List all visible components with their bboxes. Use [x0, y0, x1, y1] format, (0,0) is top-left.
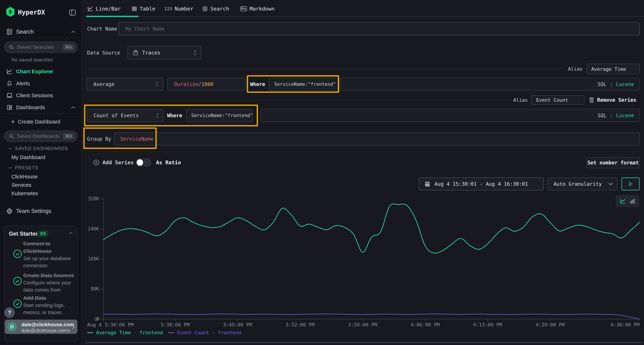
x-tick-label: 4:13:00 PM: [473, 322, 502, 328]
annotation-box-where-1: [247, 75, 339, 93]
calendar-icon: [424, 181, 430, 187]
series2-alias-input[interactable]: Event Count: [531, 95, 584, 105]
saved-dashboards-placeholder: Saved Dashboards: [17, 133, 60, 139]
tab-search[interactable]: Search: [202, 3, 229, 14]
play-icon: [628, 181, 633, 187]
chevron-up-icon: [71, 30, 76, 33]
chevron-right-icon: [72, 324, 75, 329]
saved-searches-input[interactable]: Saved Searches ⌘K: [4, 41, 78, 53]
x-tick-label: 3:38:00 PM: [160, 322, 190, 328]
divider: [0, 37, 82, 38]
sidebar-item-alerts[interactable]: Alerts: [0, 78, 82, 89]
legend-series-group[interactable]: frontend: [218, 330, 241, 335]
annotation-box-series2: [84, 105, 258, 126]
search-icon: [9, 44, 14, 50]
set-number-format-button[interactable]: Set number format: [586, 157, 640, 168]
y-tick-label: 160K: [76, 256, 99, 262]
sql-toggle[interactable]: SQL: [598, 113, 606, 118]
divider: [87, 68, 563, 69]
data-source-label: Data Source: [87, 46, 120, 59]
series1-aggregation-select[interactable]: Average: [86, 78, 163, 91]
help-button[interactable]: ?: [4, 308, 15, 318]
remove-series-button[interactable]: Remove Series: [589, 95, 636, 105]
sidebar-item-chart-explorer[interactable]: Chart Explorer: [0, 66, 82, 77]
saved-dashboards-input[interactable]: Saved Dashboards ⌘K: [4, 130, 78, 142]
user-subtitle: dale@clickhouse.com's: [22, 328, 70, 333]
sidebar-section-search[interactable]: Search: [0, 26, 82, 37]
get-started-item[interactable]: Connect to ClickHouse Set up your databa…: [23, 240, 73, 269]
y-tick-label: 0: [76, 316, 99, 322]
hyperdx-app: HyperDX Search Saved Searches ⌘K No save…: [0, 0, 644, 345]
sidebar-item-client-sessions[interactable]: Client Sessions: [0, 90, 82, 101]
sidebar-item-clickhouse[interactable]: ClickHouse: [12, 174, 38, 180]
tab-track: [86, 16, 644, 17]
get-started-item[interactable]: Add Data Start sending logs, metrics, or…: [23, 294, 77, 316]
get-started-title: Get Started: [9, 231, 39, 237]
series1-alias-input[interactable]: Average Time: [586, 64, 640, 74]
tab-table[interactable]: Table: [132, 3, 155, 14]
active-tab-underline: [86, 16, 138, 17]
as-ratio-label: As Ratio: [156, 158, 181, 167]
get-started-item[interactable]: Create Data Sources Configure where your…: [23, 272, 77, 294]
tab-line-bar[interactable]: Line/Bar: [87, 3, 121, 14]
saved-dashboards-header[interactable]: SAVED DASHBOARDS: [8, 146, 68, 151]
presets-header[interactable]: PRESETS: [8, 165, 38, 170]
user-email: dale@clickhouse.com: [22, 322, 74, 328]
sidebar-item-team-settings[interactable]: Team Settings: [0, 205, 82, 217]
chart-name-placeholder: My Chart Name: [126, 26, 164, 32]
sidebar-item-kubernetes[interactable]: Kubernetes: [12, 191, 38, 196]
plus-circle-icon: [93, 159, 99, 166]
line-chart-icon: [6, 68, 13, 75]
legend-series-name[interactable]: Event Count: [177, 330, 209, 335]
saved-searches-placeholder: Saved Searches: [17, 44, 54, 50]
table-icon: [132, 6, 137, 12]
bar-chart-type-icon[interactable]: [630, 198, 636, 204]
markdown-icon: [240, 6, 247, 11]
select-chevrons-icon: [155, 81, 159, 87]
series2-query-strip[interactable]: SQL|Lucene: [261, 109, 640, 122]
sql-toggle[interactable]: SQL: [598, 81, 606, 87]
bottom-scroll-edge[interactable]: [86, 342, 642, 343]
lucene-toggle[interactable]: Lucene: [616, 81, 634, 87]
x-tick-label: 3:59:00 PM: [348, 322, 377, 328]
list-document-icon: [202, 6, 208, 12]
hyperdx-logo-icon: [6, 7, 15, 17]
as-ratio-toggle[interactable]: [136, 158, 151, 167]
create-dashboard-button[interactable]: + Create Dashboard: [0, 116, 82, 127]
chart-legend: Average Time · frontend Event Count · fr…: [87, 330, 241, 335]
tab-markdown[interactable]: Markdown: [240, 3, 274, 14]
logo-text: HyperDX: [18, 8, 45, 16]
data-source-select[interactable]: Traces: [128, 46, 201, 59]
group-by-input[interactable]: ServiceName: [114, 132, 640, 145]
annotation-box-group-by: [83, 127, 157, 149]
sidebar-item-dashboards[interactable]: Dashboards: [0, 102, 82, 113]
chevron-down-icon: [8, 167, 12, 169]
no-saved-searches-text: No saved searches: [12, 57, 53, 63]
legend-series-name[interactable]: Average Time: [96, 330, 131, 335]
granularity-select[interactable]: Auto Granularity: [548, 178, 618, 190]
date-range-picker[interactable]: Aug 4 15:30:01 - Aug 4 16:30:01: [419, 178, 544, 190]
x-tick-label: 4:20:00 PM: [536, 322, 565, 328]
tab-number[interactable]: 123 Number: [164, 3, 194, 14]
x-tick-label: 3:52:00 PM: [286, 322, 315, 328]
series1-field-input[interactable]: Duration/1000: [168, 78, 246, 91]
divider: [0, 113, 82, 114]
add-series-button[interactable]: Add Series: [93, 158, 134, 167]
get-started-badge: 3/3: [37, 230, 49, 237]
lucene-toggle[interactable]: Lucene: [616, 113, 634, 118]
series1-query-strip[interactable]: SQL|Lucene: [340, 78, 640, 91]
sidebar-item-services[interactable]: Services: [12, 182, 31, 188]
legend-series-group[interactable]: frontend: [140, 330, 163, 335]
run-query-button[interactable]: [622, 178, 640, 190]
check-circle-icon: [13, 249, 22, 259]
collapse-sidebar-icon[interactable]: [68, 8, 76, 16]
bell-icon: [6, 80, 13, 87]
chevron-down-icon: [608, 182, 613, 186]
sidebar-item-my-dashboard[interactable]: My Dashboard: [12, 154, 45, 160]
divider: [87, 151, 640, 152]
line-chart-type-icon[interactable]: [620, 198, 626, 204]
search-icon: [9, 134, 14, 139]
user-menu[interactable]: D dale@clickhouse.com dale@clickhouse.co…: [5, 320, 77, 334]
chevron-up-icon[interactable]: [68, 232, 73, 235]
chart-name-input[interactable]: My Chart Name: [118, 22, 640, 35]
